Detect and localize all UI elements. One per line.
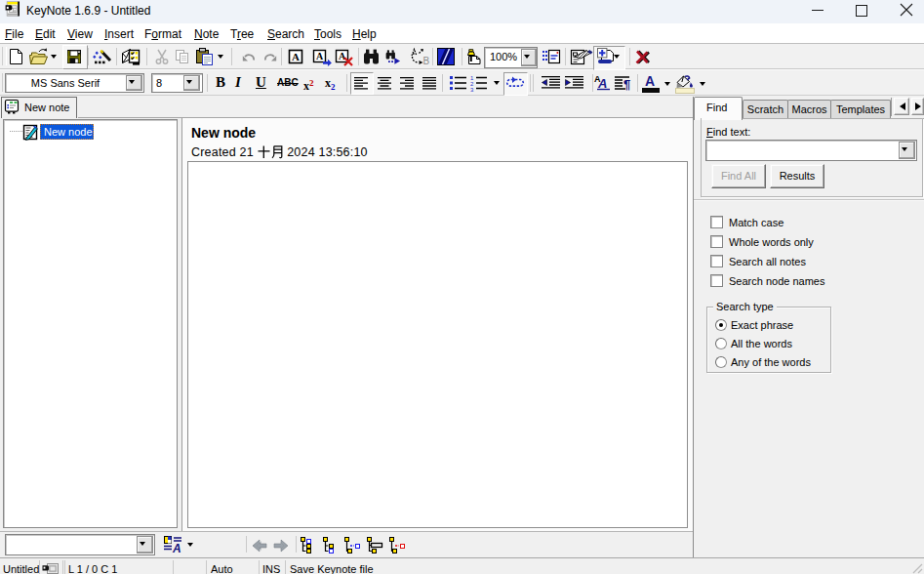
svg-text:A: A xyxy=(597,76,607,91)
svg-text:¶: ¶ xyxy=(623,77,630,92)
svg-text:A: A xyxy=(316,51,324,62)
svg-text:A: A xyxy=(172,542,181,555)
svg-text:A: A xyxy=(339,51,346,62)
svg-text:A: A xyxy=(292,51,300,62)
svg-text:B: B xyxy=(423,56,430,66)
